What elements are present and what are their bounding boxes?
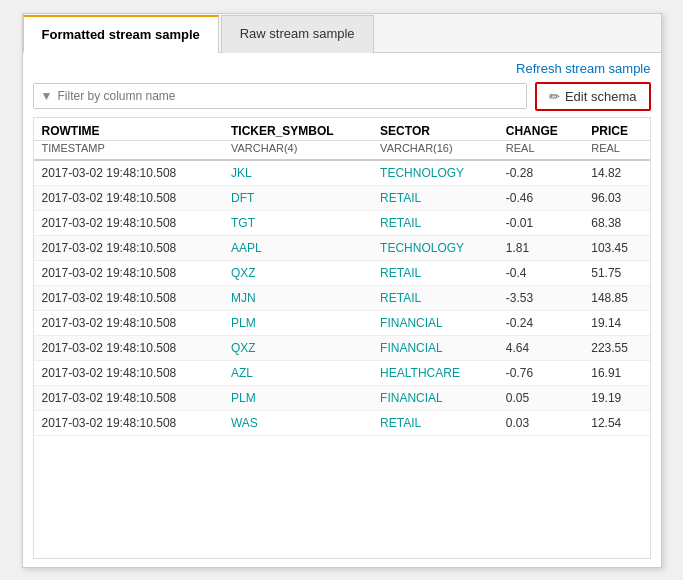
table-cell: 1.81	[498, 235, 583, 260]
col-header-sector: SECTOR	[372, 118, 498, 141]
col-type-ticker: VARCHAR(4)	[223, 140, 372, 160]
toolbar: Refresh stream sample	[33, 61, 651, 76]
column-type-row: TIMESTAMP VARCHAR(4) VARCHAR(16) REAL RE…	[34, 140, 650, 160]
table-body: 2017-03-02 19:48:10.508JKLTECHNOLOGY-0.2…	[34, 160, 650, 436]
tab-raw-stream[interactable]: Raw stream sample	[221, 15, 374, 53]
col-header-change: CHANGE	[498, 118, 583, 141]
table-cell: -0.76	[498, 360, 583, 385]
table-cell: 12.54	[583, 410, 649, 435]
table-cell: AAPL	[223, 235, 372, 260]
filter-input[interactable]	[33, 83, 527, 109]
col-type-price: REAL	[583, 140, 649, 160]
col-type-rowtime: TIMESTAMP	[34, 140, 223, 160]
table-row: 2017-03-02 19:48:10.508WASRETAIL0.0312.5…	[34, 410, 650, 435]
tab-raw-label: Raw stream sample	[240, 26, 355, 41]
table-cell: -0.46	[498, 185, 583, 210]
table-row: 2017-03-02 19:48:10.508DFTRETAIL-0.4696.…	[34, 185, 650, 210]
table-row: 2017-03-02 19:48:10.508AZLHEALTHCARE-0.7…	[34, 360, 650, 385]
table-cell: -3.53	[498, 285, 583, 310]
table-cell: 0.05	[498, 385, 583, 410]
table-cell: RETAIL	[372, 410, 498, 435]
table-cell: JKL	[223, 160, 372, 186]
table-cell: DFT	[223, 185, 372, 210]
data-table-container[interactable]: ROWTIME TICKER_SYMBOL SECTOR CHANGE PRIC…	[33, 117, 651, 559]
table-cell: -0.4	[498, 260, 583, 285]
table-cell: TECHNOLOGY	[372, 235, 498, 260]
table-cell: PLM	[223, 310, 372, 335]
table-cell: RETAIL	[372, 210, 498, 235]
col-header-ticker: TICKER_SYMBOL	[223, 118, 372, 141]
table-cell: HEALTHCARE	[372, 360, 498, 385]
pencil-icon: ✏	[549, 89, 560, 104]
tab-formatted-stream[interactable]: Formatted stream sample	[23, 15, 219, 53]
table-cell: AZL	[223, 360, 372, 385]
data-table: ROWTIME TICKER_SYMBOL SECTOR CHANGE PRIC…	[34, 118, 650, 436]
content-area: Refresh stream sample ▼ ✏ Edit schema RO…	[23, 53, 661, 567]
table-cell: RETAIL	[372, 260, 498, 285]
table-row: 2017-03-02 19:48:10.508PLMFINANCIAL0.051…	[34, 385, 650, 410]
table-cell: 19.19	[583, 385, 649, 410]
table-cell: 2017-03-02 19:48:10.508	[34, 185, 223, 210]
table-cell: 2017-03-02 19:48:10.508	[34, 360, 223, 385]
edit-schema-button[interactable]: ✏ Edit schema	[535, 82, 651, 111]
table-cell: 148.85	[583, 285, 649, 310]
table-cell: FINANCIAL	[372, 335, 498, 360]
table-cell: 2017-03-02 19:48:10.508	[34, 235, 223, 260]
edit-schema-label: Edit schema	[565, 89, 637, 104]
table-cell: 68.38	[583, 210, 649, 235]
table-cell: 14.82	[583, 160, 649, 186]
table-cell: 19.14	[583, 310, 649, 335]
table-cell: 51.75	[583, 260, 649, 285]
table-cell: 0.03	[498, 410, 583, 435]
table-cell: 2017-03-02 19:48:10.508	[34, 160, 223, 186]
table-row: 2017-03-02 19:48:10.508QXZRETAIL-0.451.7…	[34, 260, 650, 285]
table-cell: -0.28	[498, 160, 583, 186]
table-cell: QXZ	[223, 260, 372, 285]
table-row: 2017-03-02 19:48:10.508PLMFINANCIAL-0.24…	[34, 310, 650, 335]
table-row: 2017-03-02 19:48:10.508JKLTECHNOLOGY-0.2…	[34, 160, 650, 186]
table-cell: 2017-03-02 19:48:10.508	[34, 335, 223, 360]
col-type-change: REAL	[498, 140, 583, 160]
table-cell: 223.55	[583, 335, 649, 360]
table-cell: TGT	[223, 210, 372, 235]
col-header-rowtime: ROWTIME	[34, 118, 223, 141]
col-type-sector: VARCHAR(16)	[372, 140, 498, 160]
table-row: 2017-03-02 19:48:10.508TGTRETAIL-0.0168.…	[34, 210, 650, 235]
table-row: 2017-03-02 19:48:10.508QXZFINANCIAL4.642…	[34, 335, 650, 360]
table-cell: -0.01	[498, 210, 583, 235]
filter-input-wrap: ▼	[33, 83, 527, 109]
filter-row: ▼ ✏ Edit schema	[33, 82, 651, 111]
table-cell: 2017-03-02 19:48:10.508	[34, 260, 223, 285]
tab-bar: Formatted stream sample Raw stream sampl…	[23, 14, 661, 53]
table-cell: 4.64	[498, 335, 583, 360]
table-cell: MJN	[223, 285, 372, 310]
table-cell: 16.91	[583, 360, 649, 385]
table-cell: FINANCIAL	[372, 310, 498, 335]
table-cell: 2017-03-02 19:48:10.508	[34, 410, 223, 435]
table-cell: 2017-03-02 19:48:10.508	[34, 285, 223, 310]
table-cell: RETAIL	[372, 185, 498, 210]
table-cell: 2017-03-02 19:48:10.508	[34, 385, 223, 410]
table-cell: TECHNOLOGY	[372, 160, 498, 186]
tab-formatted-label: Formatted stream sample	[42, 27, 200, 42]
main-window: Formatted stream sample Raw stream sampl…	[22, 13, 662, 568]
table-cell: 96.03	[583, 185, 649, 210]
table-cell: FINANCIAL	[372, 385, 498, 410]
refresh-link[interactable]: Refresh stream sample	[516, 61, 650, 76]
table-cell: -0.24	[498, 310, 583, 335]
table-row: 2017-03-02 19:48:10.508MJNRETAIL-3.53148…	[34, 285, 650, 310]
table-cell: 2017-03-02 19:48:10.508	[34, 210, 223, 235]
col-header-price: PRICE	[583, 118, 649, 141]
table-cell: WAS	[223, 410, 372, 435]
table-cell: PLM	[223, 385, 372, 410]
table-cell: RETAIL	[372, 285, 498, 310]
table-cell: 103.45	[583, 235, 649, 260]
filter-icon: ▼	[41, 89, 53, 103]
table-cell: 2017-03-02 19:48:10.508	[34, 310, 223, 335]
column-header-row: ROWTIME TICKER_SYMBOL SECTOR CHANGE PRIC…	[34, 118, 650, 141]
table-row: 2017-03-02 19:48:10.508AAPLTECHNOLOGY1.8…	[34, 235, 650, 260]
table-cell: QXZ	[223, 335, 372, 360]
